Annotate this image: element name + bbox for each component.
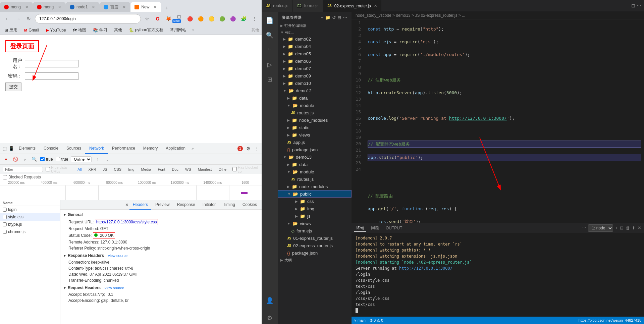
tree-item-module-13[interactable]: ▼ 📂 module xyxy=(278,168,352,175)
bookmark-python[interactable]: 🐍 python官方文档 xyxy=(127,26,165,34)
devtools-more-tabs[interactable]: » xyxy=(190,146,196,151)
code-area[interactable]: 1 2 3 4 5 6 7 8 9 10 11 12 13 14 15 16 1 xyxy=(352,19,644,223)
extension3[interactable]: 🟠 xyxy=(196,14,205,23)
tab-console[interactable]: Console xyxy=(40,143,62,154)
activity-account[interactable]: 👤 xyxy=(264,294,276,307)
filter-ws[interactable]: WS xyxy=(183,167,193,172)
filter-js[interactable]: JS xyxy=(101,167,109,172)
password-input[interactable] xyxy=(25,72,78,80)
browser-tab-mong2[interactable]: mong ✕ xyxy=(33,2,66,12)
detail-tab-response[interactable]: Response xyxy=(174,200,199,210)
request-checkbox[interactable] xyxy=(3,215,7,219)
activity-explorer[interactable]: 📄 xyxy=(264,14,276,26)
bookmark-map[interactable]: 🗺 地图 xyxy=(71,26,88,34)
filter-font[interactable]: Font xyxy=(156,167,167,172)
bookmark-youtube[interactable]: ▶ YouTube xyxy=(44,27,68,33)
terminal-tab-problems[interactable]: 问题 xyxy=(369,224,381,231)
address-bar[interactable] xyxy=(35,14,141,23)
devtools-select-icon[interactable]: ⬚ xyxy=(1,145,8,152)
more-actions-icon[interactable]: ⋯ xyxy=(637,3,641,8)
new-file-icon[interactable]: + xyxy=(321,15,324,20)
tab-application[interactable]: Application xyxy=(162,143,190,154)
clear-button[interactable]: 🚫 xyxy=(12,156,19,163)
tree-item-demo12[interactable]: ▼ 📂 demo12 xyxy=(278,87,352,94)
hide-data-urls-label[interactable]: Hide data URLs xyxy=(46,165,73,173)
tree-item-packagejson-12[interactable]: {} package.json xyxy=(278,146,352,153)
tab-sources[interactable]: Sources xyxy=(62,143,85,154)
request-checkbox[interactable] xyxy=(3,230,7,234)
browser-tab-node1[interactable]: node1 ✕ xyxy=(66,2,100,12)
terminal-tab-terminal[interactable]: 终端 xyxy=(354,224,366,232)
tree-item-01router[interactable]: JS 01-express_router.js xyxy=(278,234,352,242)
tree-item-module-12[interactable]: ▼ 📂 module xyxy=(278,102,352,109)
tab-close[interactable]: ✕ xyxy=(91,5,96,9)
tab-elements[interactable]: Elements xyxy=(15,143,40,154)
tree-item-data-13[interactable]: ▶ 📁 data xyxy=(278,161,352,168)
record-button[interactable]: ● xyxy=(3,156,9,163)
opera-icon[interactable]: O xyxy=(153,14,162,23)
extension1[interactable]: 🦊 xyxy=(164,14,173,23)
outline-section[interactable]: ▶ 大纲 xyxy=(278,257,352,264)
general-section-title[interactable]: ▼ General xyxy=(63,212,259,217)
delete-terminal-btn[interactable]: 🗑 xyxy=(626,225,630,230)
detail-tab-preview[interactable]: Preview xyxy=(152,200,173,210)
forward-button[interactable]: → xyxy=(13,14,23,23)
tree-item-demo09[interactable]: ▶ 📁 demo09 xyxy=(278,72,352,79)
activity-extensions[interactable]: ⊞ xyxy=(264,73,276,86)
detail-tab-initiator[interactable]: Initiator xyxy=(199,200,219,210)
view-source-btn2[interactable]: view source xyxy=(105,286,124,290)
editor-tab-form[interactable]: EJ form.ejs xyxy=(293,0,323,12)
activity-search[interactable]: 🔍 xyxy=(264,29,276,41)
request-headers-section-title[interactable]: ▼ Request Headers view source xyxy=(63,285,259,290)
tree-item-02router[interactable]: JS 02-express_router.js xyxy=(278,242,352,249)
tree-item-views-12[interactable]: ▶ 📁 views xyxy=(278,131,352,139)
has-blocked-input[interactable] xyxy=(232,167,237,171)
tree-item-js-13[interactable]: ▶ 📁 js xyxy=(278,212,352,220)
tree-item-css-13[interactable]: ▶ 📁 css xyxy=(278,198,352,205)
request-item-login[interactable]: login xyxy=(0,206,60,213)
terminal-tab-output[interactable]: OUTPUT xyxy=(384,225,404,231)
tree-item-demo07[interactable]: ▶ 📁 demo07 xyxy=(278,65,352,72)
extension5[interactable]: 🟢 xyxy=(217,14,227,23)
editor-tab-router[interactable]: JS 02-express_router.js ✕ xyxy=(323,0,382,12)
back-button[interactable]: ← xyxy=(3,14,12,23)
filter-media[interactable]: Media xyxy=(139,167,153,172)
open-editors-section[interactable]: ▶ 打开的编辑器 xyxy=(278,22,352,29)
extension6[interactable]: 🟣 xyxy=(228,14,237,23)
tree-item-packagejson-13[interactable]: {} package.json xyxy=(278,249,352,257)
disable-cache-input[interactable] xyxy=(56,157,60,161)
more-icon[interactable]: ⋯ xyxy=(343,15,347,20)
response-headers-section-title[interactable]: ▼ Response Headers view source xyxy=(63,253,259,258)
browser-tab-mong1[interactable]: mong ✕ xyxy=(0,2,33,12)
browser-tab-new[interactable]: New ✕ xyxy=(130,2,161,12)
filter-xhr[interactable]: XHR xyxy=(86,167,98,172)
detail-tab-headers[interactable]: Headers xyxy=(129,200,151,210)
status-footer-url[interactable]: https://blog.csdn.net/weixin_44827418 xyxy=(579,318,641,322)
bookmark-common[interactable]: 常用网站 xyxy=(168,26,188,34)
export-btn[interactable]: ↓ xyxy=(104,156,110,163)
filter-manifest[interactable]: Manifest xyxy=(196,167,214,172)
view-source-btn[interactable]: view source xyxy=(108,254,127,258)
maximize-terminal-btn[interactable]: ⬆ xyxy=(632,225,636,230)
detail-tab-timing[interactable]: Timing xyxy=(220,200,238,210)
preserve-log-input[interactable] xyxy=(40,157,45,161)
bookmark-other[interactable]: 其他 xyxy=(112,26,124,34)
filter-toggle[interactable]: ⬦ xyxy=(21,156,28,163)
tree-item-data-12[interactable]: ▶ 📁 data xyxy=(278,94,352,102)
devtools-more[interactable]: ⋮ xyxy=(254,145,260,152)
activity-debug[interactable]: ▷ xyxy=(264,59,276,71)
filter-input[interactable] xyxy=(3,167,43,172)
extensions-btn[interactable]: 🧩 xyxy=(239,14,248,23)
activity-settings[interactable]: ⚙ xyxy=(264,312,276,324)
terminal-content[interactable]: [nodemon] 2.0.7 [nodemon] to restart at … xyxy=(352,233,644,317)
tree-item-routes-13[interactable]: JS routes.js xyxy=(278,175,352,183)
tree-item-formejs-13[interactable]: ◇ form.ejs xyxy=(278,227,352,234)
extension4[interactable]: 🟡 xyxy=(207,14,216,23)
blocked-co-label[interactable]: Has blocked co xyxy=(232,165,259,173)
reload-button[interactable]: ↻ xyxy=(24,14,34,23)
request-item-chromejs[interactable]: chrome.js xyxy=(0,228,60,235)
browser-tab-baidu[interactable]: 百度 ✕ xyxy=(100,2,130,12)
search-button[interactable]: 🔍 xyxy=(31,156,38,163)
filter-other[interactable]: Other xyxy=(216,167,230,172)
new-folder-icon[interactable]: 📁 xyxy=(325,15,331,20)
